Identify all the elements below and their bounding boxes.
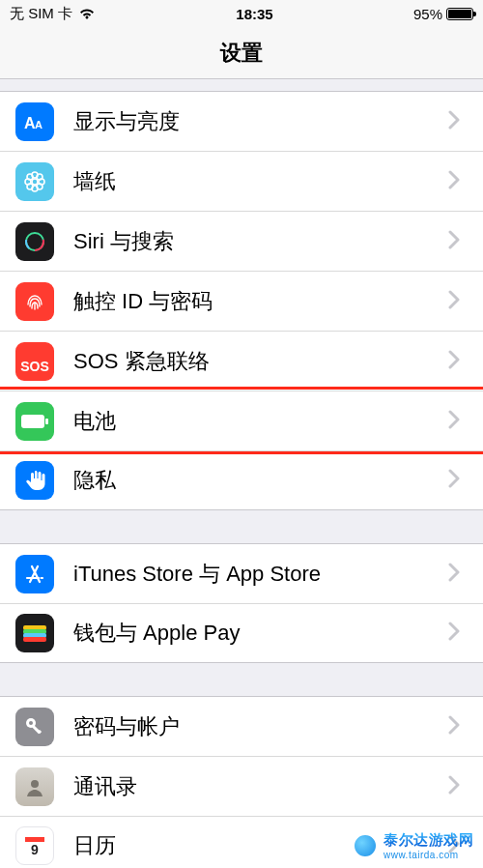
group-separator [0,663,483,696]
watermark: 泰尔达游戏网 www.tairda.com [349,829,477,862]
carrier-text: 无 SIM 卡 [10,5,72,23]
row-touchid[interactable]: 触控 ID 与密码 [0,271,483,331]
settings-group: AA显示与亮度墙纸Siri 与搜索触控 ID 与密码SOSSOS 紧急联络电池隐… [0,91,483,510]
row-label: 钱包与 Apple Pay [73,619,448,648]
svg-text:SOS: SOS [20,358,49,373]
svg-point-2 [32,179,38,185]
chevron-right-icon [448,230,469,253]
watermark-subtext: www.tairda.com [384,850,473,860]
key-icon [15,708,54,746]
row-label: Siri 与搜索 [73,227,448,256]
row-label: 通讯录 [73,772,448,801]
row-battery[interactable]: 电池 [0,391,483,450]
chevron-right-icon [448,715,469,738]
row-privacy[interactable]: 隐私 [0,450,483,510]
status-right: 95% [413,6,473,22]
text-size-icon: AA [15,102,54,141]
row-passwords[interactable]: 密码与帐户 [0,696,483,756]
watermark-logo-icon [353,833,378,858]
chevron-right-icon [448,410,469,433]
hand-icon [15,461,54,500]
status-bar: 无 SIM 卡 18:35 95% [0,0,483,27]
row-label: 墙纸 [73,167,448,196]
watermark-text: 泰尔达游戏网 [384,831,473,848]
contacts-icon [15,767,54,806]
row-display[interactable]: AA显示与亮度 [0,91,483,151]
battery-icon [15,402,54,441]
row-sos[interactable]: SOSSOS 紧急联络 [0,331,483,391]
siri-icon [15,222,54,261]
svg-text:9: 9 [31,842,39,857]
wallet-icon [15,614,54,652]
row-label: iTunes Store 与 App Store [73,560,448,589]
row-label: 隐私 [73,466,448,495]
wifi-icon [78,6,96,22]
group-separator [0,510,483,543]
appstore-icon [15,555,54,593]
chevron-right-icon [448,469,469,492]
row-label: 密码与帐户 [73,712,448,741]
fingerprint-icon [15,282,54,321]
chevron-right-icon [448,290,469,313]
row-wallpaper[interactable]: 墙纸 [0,151,483,211]
status-time: 18:35 [236,6,272,22]
chevron-right-icon [448,350,469,373]
row-label: 电池 [73,407,448,436]
svg-point-26 [29,721,33,725]
svg-rect-16 [45,419,48,424]
row-label: 显示与亮度 [73,107,448,136]
row-itunes[interactable]: iTunes Store 与 App Store [0,543,483,603]
calendar-icon: 9 [15,826,54,865]
battery-pct: 95% [413,6,442,22]
page-title: 设置 [0,27,483,79]
chevron-right-icon [448,563,469,586]
chevron-right-icon [448,775,469,798]
settings-group: iTunes Store 与 App Store钱包与 Apple Pay [0,543,483,663]
row-label: SOS 紧急联络 [73,347,448,376]
status-left: 无 SIM 卡 [10,5,96,23]
chevron-right-icon [448,110,469,133]
chevron-right-icon [448,170,469,193]
row-siri[interactable]: Siri 与搜索 [0,211,483,271]
row-contacts[interactable]: 通讯录 [0,756,483,816]
flower-icon [15,162,54,201]
svg-text:A: A [35,119,43,130]
row-wallet[interactable]: 钱包与 Apple Pay [0,603,483,663]
group-separator [0,79,483,91]
svg-point-29 [31,780,39,788]
chevron-right-icon [448,622,469,645]
sos-icon: SOS [15,342,54,381]
row-label: 触控 ID 与密码 [73,287,448,316]
svg-rect-15 [21,415,44,428]
battery-icon [446,8,473,20]
svg-rect-24 [23,637,46,642]
